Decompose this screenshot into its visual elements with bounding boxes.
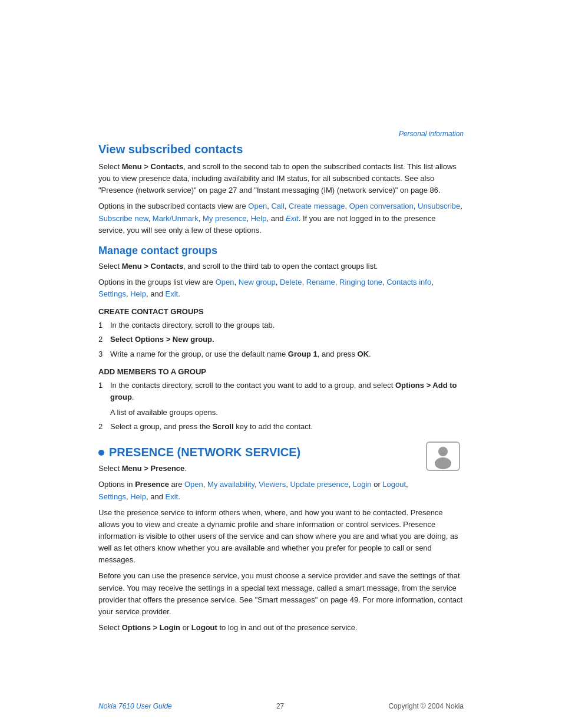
link-open-3[interactable]: Open bbox=[184, 480, 203, 489]
section2-para2-prefix: Options in the groups list view are bbox=[98, 278, 216, 286]
link-subscribe-new[interactable]: Subscribe new bbox=[98, 214, 148, 223]
link-help-1[interactable]: Help bbox=[251, 214, 267, 223]
list-item: 2 Select a group, and press the Scroll k… bbox=[98, 421, 464, 433]
content-area: Personal information View subscribed con… bbox=[98, 0, 464, 673]
section2-para1-text: Select Menu > Contacts, and scroll to th… bbox=[98, 262, 378, 271]
section1-para2-suffix: If you are not logged in to the presence… bbox=[98, 214, 435, 235]
step-num: 3 bbox=[98, 348, 103, 360]
section1-para2: Options in the subscribed contacts view … bbox=[98, 200, 464, 236]
step-text: In the contacts directory, scroll to the… bbox=[110, 381, 457, 401]
list-item: 1 In the contacts directory, scroll to t… bbox=[98, 380, 464, 403]
section1-para1: Select Menu > Contacts, and scroll to th… bbox=[98, 161, 464, 196]
list-item: 3 Write a name for the group, or use the… bbox=[98, 348, 464, 360]
link-call[interactable]: Call bbox=[271, 202, 284, 210]
create-groups-list: 1 In the contacts directory, scroll to t… bbox=[98, 319, 464, 360]
step-num: 1 bbox=[98, 319, 103, 331]
presence-options-mid: are bbox=[169, 480, 184, 489]
step-text: Select Options > New group. bbox=[110, 335, 214, 344]
step-num: 2 bbox=[98, 334, 103, 345]
footer-right: Copyright © 2004 Nokia bbox=[388, 702, 464, 710]
link-help-2[interactable]: Help bbox=[130, 289, 146, 298]
link-open-conversation[interactable]: Open conversation bbox=[349, 202, 414, 210]
sub-para-groups: A list of available groups opens. bbox=[98, 407, 464, 419]
footer-left: Nokia 7610 User Guide bbox=[98, 702, 172, 710]
link-open-2[interactable]: Open bbox=[216, 278, 234, 286]
link-help-3[interactable]: Help bbox=[130, 492, 146, 501]
presence-para1: Use the presence service to inform other… bbox=[98, 507, 464, 566]
link-mark-unmark[interactable]: Mark/Unmark bbox=[153, 214, 199, 223]
list-item: 2 Select Options > New group. bbox=[98, 334, 464, 345]
link-delete[interactable]: Delete bbox=[280, 278, 302, 286]
presence-icon-container bbox=[422, 439, 464, 474]
link-open-1[interactable]: Open bbox=[248, 202, 267, 210]
page-label: Personal information bbox=[98, 130, 464, 138]
presence-text-block: PRESENCE (NETWORK SERVICE) Select Menu >… bbox=[98, 436, 413, 506]
presence-options-prefix: Options in bbox=[98, 480, 135, 489]
page: Personal information View subscribed con… bbox=[0, 0, 562, 728]
step-text: Select a group, and press the Scroll key… bbox=[110, 422, 313, 431]
presence-options: Options in Presence are Open, My availab… bbox=[98, 479, 413, 502]
presence-para3-pre: Select Options > Login or Logout to log … bbox=[98, 623, 358, 632]
link-rename[interactable]: Rename bbox=[306, 278, 335, 286]
presence-para2: Before you can use the presence service,… bbox=[98, 570, 464, 618]
footer-center: 27 bbox=[276, 702, 284, 710]
svg-point-2 bbox=[435, 457, 451, 469]
link-create-message[interactable]: Create message bbox=[289, 202, 345, 210]
link-logout[interactable]: Logout bbox=[382, 480, 406, 489]
link-exit-3[interactable]: Exit bbox=[166, 492, 178, 501]
svg-point-1 bbox=[438, 447, 448, 456]
presence-title: PRESENCE (NETWORK SERVICE) bbox=[98, 446, 413, 459]
step-num: 2 bbox=[98, 421, 103, 433]
link-viewers[interactable]: Viewers bbox=[259, 480, 286, 489]
link-my-presence-1[interactable]: My presence bbox=[203, 214, 246, 223]
link-settings-1[interactable]: Settings bbox=[98, 289, 126, 298]
presence-para3: Select Options > Login or Logout to log … bbox=[98, 622, 464, 634]
section1-para2-prefix: Options in the subscribed contacts view … bbox=[98, 202, 248, 210]
link-my-availability[interactable]: My availability bbox=[207, 480, 254, 489]
presence-person-icon bbox=[425, 441, 461, 472]
link-contacts-info[interactable]: Contacts info bbox=[386, 278, 431, 286]
link-exit-1[interactable]: Exit bbox=[286, 214, 299, 223]
step-text: In the contacts directory, scroll to the… bbox=[110, 321, 275, 330]
section2-para2: Options in the groups list view are Open… bbox=[98, 276, 464, 300]
presence-select-text: Select Menu > Presence. bbox=[98, 464, 187, 473]
subsection1-title: CREATE CONTACT GROUPS bbox=[98, 307, 464, 316]
link-unsubscribe[interactable]: Unsubscribe bbox=[418, 202, 460, 210]
link-login[interactable]: Login bbox=[353, 480, 372, 489]
section2-title: Manage contact groups bbox=[98, 245, 464, 257]
link-settings-2[interactable]: Settings bbox=[98, 492, 126, 501]
step-num: 1 bbox=[98, 380, 103, 391]
subsection2-title: ADD MEMBERS TO A GROUP bbox=[98, 367, 464, 376]
section1-title: View subscribed contacts bbox=[98, 143, 464, 156]
presence-bold: Presence bbox=[135, 480, 169, 489]
add-members-list-2: 2 Select a group, and press the Scroll k… bbox=[98, 421, 464, 433]
bullet-icon bbox=[98, 450, 104, 456]
link-ringing-tone[interactable]: Ringing tone bbox=[339, 278, 382, 286]
step-text: Write a name for the group, or use the d… bbox=[110, 350, 371, 358]
presence-section: PRESENCE (NETWORK SERVICE) Select Menu >… bbox=[98, 436, 464, 506]
add-members-list: 1 In the contacts directory, scroll to t… bbox=[98, 380, 464, 403]
link-new-group[interactable]: New group bbox=[239, 278, 276, 286]
section1-para1-text: Select Menu > Contacts, and scroll to th… bbox=[98, 162, 457, 195]
link-exit-2[interactable]: Exit bbox=[166, 289, 178, 298]
presence-select: Select Menu > Presence. bbox=[98, 463, 413, 475]
presence-title-text: PRESENCE (NETWORK SERVICE) bbox=[109, 446, 300, 459]
link-update-presence[interactable]: Update presence bbox=[290, 480, 348, 489]
list-item: 1 In the contacts directory, scroll to t… bbox=[98, 319, 464, 331]
footer: Nokia 7610 User Guide 27 Copyright © 200… bbox=[0, 702, 562, 710]
section2-para1: Select Menu > Contacts, and scroll to th… bbox=[98, 261, 464, 272]
